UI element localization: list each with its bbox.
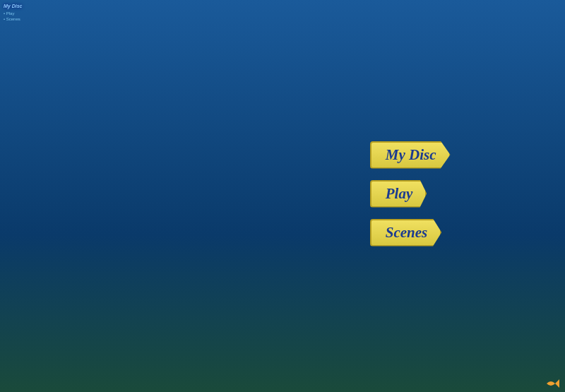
template-thumb-underwater[interactable]: My Disc • Play • Scenes: [485, 275, 561, 326]
sign-my-disc[interactable]: My Disc: [370, 141, 451, 169]
templates-panel: My Disc • Play • Scenes MY DISC • PLAY •…: [480, 106, 565, 367]
thumb-underwater-inner: [485, 275, 561, 326]
main-content: Title Page 1: [0, 106, 565, 367]
sign-scenes[interactable]: Scenes: [370, 219, 442, 247]
thumb-underwater-bg: My Disc • Play • Scenes: [487, 277, 560, 325]
sign-play[interactable]: Play: [370, 180, 427, 208]
